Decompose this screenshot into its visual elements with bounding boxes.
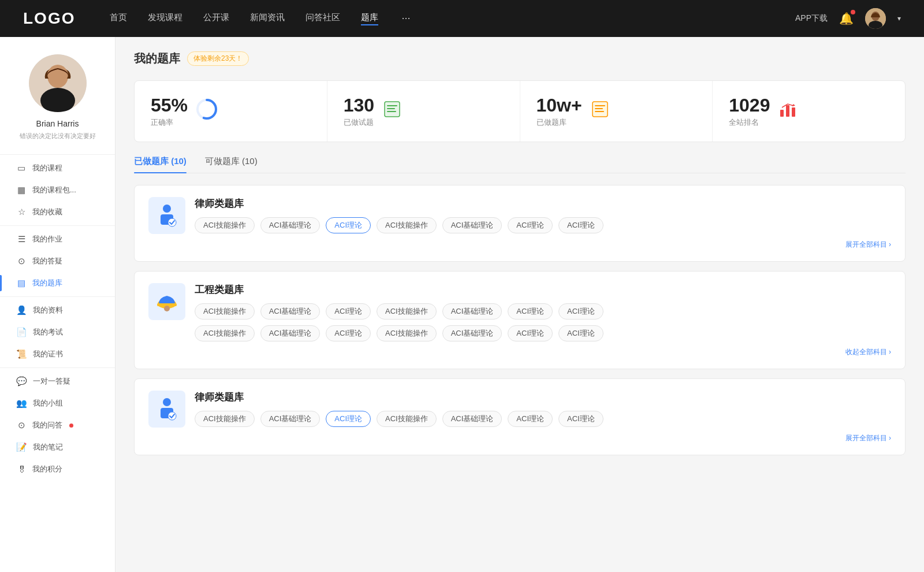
sidebar-item-points[interactable]: 🎖 我的积分 (0, 458, 115, 480)
qbank-card-info: 工程类题库 ACI技能操作 ACI基础理论 ACI理论 ACI技能操作 ACI基… (195, 283, 891, 341)
sidebar-item-label: 我的证书 (33, 349, 63, 359)
star-icon: ☆ (16, 207, 27, 217)
questions-icon: ⊙ (16, 256, 27, 266)
svg-rect-21 (792, 107, 795, 117)
sidebar-item-course-packages[interactable]: ▦ 我的课程包... (0, 179, 115, 201)
sidebar-item-groups[interactable]: 👥 我的小组 (0, 392, 115, 414)
nav-qa[interactable]: 问答社区 (305, 12, 340, 25)
svg-point-5 (40, 88, 75, 112)
exams-icon: 📄 (16, 327, 27, 337)
sidebar-user-name: Brian Harris (36, 119, 79, 128)
tag-5[interactable]: ACI基础理论 (442, 217, 502, 233)
qbank-card-title: 律师类题库 (195, 197, 891, 210)
svg-rect-11 (387, 105, 397, 106)
eng-tag-11[interactable]: ACI技能操作 (377, 325, 437, 341)
nav-discover[interactable]: 发现课程 (148, 12, 182, 25)
eng-tag-13[interactable]: ACI理论 (508, 325, 553, 341)
sidebar-item-certificates[interactable]: 📜 我的证书 (0, 343, 115, 365)
law2-tag-3[interactable]: ACI理论 (326, 411, 371, 427)
expand-link-3[interactable]: 展开全部科目 › (845, 433, 891, 443)
eng-tag-7[interactable]: ACI理论 (558, 303, 603, 320)
stats-row: 55% 正确率 130 已做试题 (134, 80, 906, 142)
sidebar-item-homework[interactable]: ☰ 我的作业 (0, 228, 115, 250)
tag-4[interactable]: ACI技能操作 (377, 217, 437, 233)
svg-rect-18 (595, 111, 604, 112)
tag-1[interactable]: ACI技能操作 (195, 217, 255, 233)
stat-done-banks: 10w+ 已做题库 (520, 81, 713, 142)
eng-tag-3[interactable]: ACI理论 (326, 303, 371, 320)
nav-links: 首页 发现课程 公开课 新闻资讯 问答社区 题库 ··· (110, 12, 795, 25)
homework-icon: ☰ (16, 234, 27, 244)
eng-tag-6[interactable]: ACI理论 (508, 303, 553, 320)
sidebar-item-label: 我的答疑 (32, 256, 62, 266)
notification-badge (851, 10, 855, 14)
sidebar-item-label: 我的问答 (32, 420, 62, 430)
stat-site-rank-value: 1029 (729, 95, 770, 116)
nav-open-course[interactable]: 公开课 (203, 12, 229, 25)
eng-tag-8[interactable]: ACI技能操作 (195, 325, 255, 341)
eng-tag-9[interactable]: ACI基础理论 (260, 325, 321, 341)
eng-tag-10[interactable]: ACI理论 (326, 325, 371, 341)
courses-icon: ▭ (16, 163, 27, 173)
stat-accuracy-icon (196, 98, 218, 124)
notification-bell[interactable]: 🔔 (839, 12, 854, 25)
stat-site-rank: 1029 全站排名 (713, 81, 905, 142)
stat-site-rank-label: 全站排名 (729, 117, 770, 128)
sidebar-item-notes[interactable]: 📝 我的笔记 (0, 436, 115, 458)
qbank-icon-lawyer-2 (148, 391, 185, 428)
qbank-card-engineer: 工程类题库 ACI技能操作 ACI基础理论 ACI理论 ACI技能操作 ACI基… (134, 271, 906, 369)
sidebar-item-profile[interactable]: 👤 我的资料 (0, 299, 115, 321)
law2-tag-2[interactable]: ACI基础理论 (260, 411, 321, 427)
eng-tag-5[interactable]: ACI基础理论 (442, 303, 502, 320)
nav-news[interactable]: 新闻资讯 (250, 12, 285, 25)
qbank-card-tags-3: ACI技能操作 ACI基础理论 ACI理论 ACI技能操作 ACI基础理论 AC… (195, 411, 891, 427)
trial-badge: 体验剩余23天！ (187, 51, 249, 66)
sidebar-item-my-courses[interactable]: ▭ 我的课程 (0, 157, 115, 179)
law2-tag-6[interactable]: ACI理论 (508, 411, 553, 427)
nav-more[interactable]: ··· (401, 12, 410, 25)
qbank-card-footer: 展开全部科目 › (148, 240, 891, 250)
expand-link-1[interactable]: 展开全部科目 › (845, 240, 891, 250)
tab-done-banks[interactable]: 已做题库 (10) (134, 156, 187, 173)
tag-6[interactable]: ACI理论 (508, 217, 553, 233)
sidebar-divider-2 (0, 296, 115, 297)
tag-7[interactable]: ACI理论 (558, 217, 603, 233)
svg-point-29 (163, 398, 171, 406)
tab-available-banks[interactable]: 可做题库 (10) (205, 156, 258, 173)
sidebar-item-favorites[interactable]: ☆ 我的收藏 (0, 201, 115, 223)
avatar-image (865, 8, 886, 29)
sidebar-item-qbank[interactable]: ▤ 我的题库 (0, 272, 115, 294)
nav-home[interactable]: 首页 (110, 12, 127, 25)
eng-tag-4[interactable]: ACI技能操作 (377, 303, 437, 320)
stat-done-questions: 130 已做试题 (327, 81, 520, 142)
sidebar-item-label: 我的考试 (33, 327, 63, 337)
groups-icon: 👥 (16, 398, 27, 408)
sidebar-item-label: 我的小组 (33, 398, 63, 408)
sidebar-item-exams[interactable]: 📄 我的考试 (0, 321, 115, 343)
eng-tag-12[interactable]: ACI基础理论 (442, 325, 502, 341)
user-avatar[interactable] (865, 8, 886, 29)
qbank-card-header: 律师类题库 ACI技能操作 ACI基础理论 ACI理论 ACI技能操作 ACI基… (148, 197, 891, 234)
avatar-chevron[interactable]: ▾ (897, 14, 901, 23)
sidebar-item-tutoring[interactable]: 💬 一对一答疑 (0, 370, 115, 392)
main-content: 我的题库 体验剩余23天！ 55% 正确率 (116, 37, 924, 572)
law2-tag-1[interactable]: ACI技能操作 (195, 411, 255, 427)
tag-2[interactable]: ACI基础理论 (260, 217, 321, 233)
tag-3[interactable]: ACI理论 (326, 217, 371, 233)
eng-tag-14[interactable]: ACI理论 (558, 325, 603, 341)
profile-icon: 👤 (16, 305, 27, 315)
sidebar-item-my-qa[interactable]: ⊙ 我的问答 (0, 414, 115, 436)
eng-tag-1[interactable]: ACI技能操作 (195, 303, 255, 320)
sidebar-item-label: 我的笔记 (33, 442, 63, 452)
nav-qbank[interactable]: 题库 (361, 12, 378, 25)
law2-tag-5[interactable]: ACI基础理论 (442, 411, 502, 427)
stat-done-questions-value: 130 (344, 95, 374, 116)
sidebar-divider-1 (0, 225, 115, 226)
app-download-link[interactable]: APP下载 (795, 13, 828, 24)
eng-tag-2[interactable]: ACI基础理论 (260, 303, 321, 320)
sidebar-item-questions[interactable]: ⊙ 我的答疑 (0, 250, 115, 272)
law2-tag-4[interactable]: ACI技能操作 (377, 411, 437, 427)
law2-tag-7[interactable]: ACI理论 (558, 411, 603, 427)
sidebar-user-avatar[interactable] (29, 54, 87, 112)
collapse-link-2[interactable]: 收起全部科目 › (845, 347, 891, 357)
